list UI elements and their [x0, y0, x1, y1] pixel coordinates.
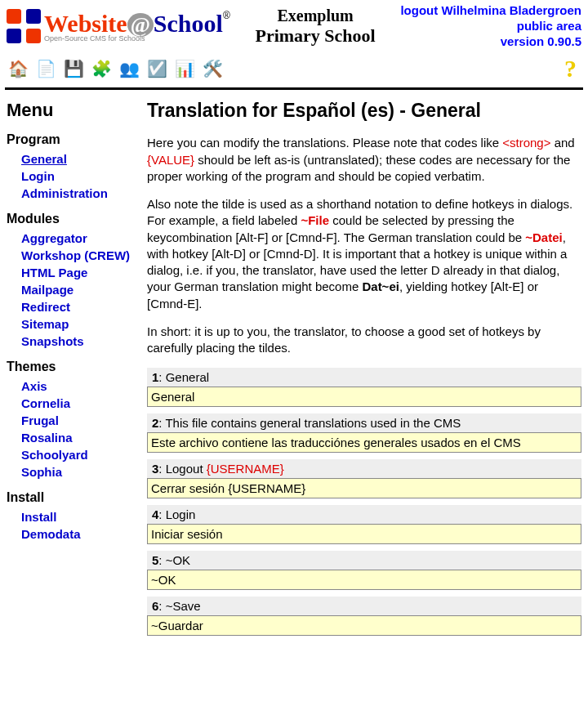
- datei-alt: Dat~ei: [362, 279, 399, 293]
- logo-text-school: School: [154, 10, 223, 37]
- version-link[interactable]: version 0.90.5: [400, 34, 581, 50]
- entry-label: 6: ~Save: [147, 597, 581, 615]
- menu-group-program: Program: [7, 132, 137, 147]
- tools-icon[interactable]: 🛠️: [201, 57, 224, 80]
- intro-p2: Also note the tilde is used as a shortha…: [147, 196, 581, 312]
- entry-1: 1: General: [147, 368, 581, 407]
- entry-input-2[interactable]: [147, 432, 581, 453]
- entry-3: 3: Logout {USERNAME}: [147, 459, 581, 498]
- page-icon[interactable]: 📄: [34, 57, 57, 80]
- home-icon[interactable]: 🏠: [7, 57, 29, 80]
- sidebar-item-schoolyard[interactable]: Schoolyard: [21, 448, 88, 462]
- sidebar-item-login[interactable]: Login: [21, 169, 55, 183]
- entry-2: 2: This file contains general translatio…: [147, 413, 581, 453]
- save-icon[interactable]: 💾: [62, 57, 85, 80]
- menu-title: Menu: [7, 100, 137, 121]
- code-username: {USERNAME}: [207, 462, 284, 476]
- logo-at: @: [127, 13, 154, 37]
- top-links: logout Wilhelmina Bladergroen public are…: [400, 3, 581, 49]
- sidebar-item-htmlpage[interactable]: HTML Page: [21, 266, 87, 279]
- intro-p1: Here you can modify the translations. Pl…: [147, 135, 581, 185]
- entry-input-6[interactable]: [147, 615, 581, 636]
- school-name: Exemplum Primary School: [230, 7, 401, 47]
- entry-input-5[interactable]: [147, 570, 581, 590]
- sidebar-item-redirect[interactable]: Redirect: [21, 300, 70, 314]
- sidebar-item-sitemap[interactable]: Sitemap: [21, 317, 69, 331]
- logo-text-website: Website: [44, 10, 127, 37]
- entry-label: 4: Login: [147, 505, 581, 524]
- entry-input-3[interactable]: [147, 478, 581, 498]
- tilde-file: ~File: [301, 213, 329, 227]
- logo: Website@School® Open-Source CMS for Scho…: [7, 9, 230, 43]
- intro-p3: In short: it is up to you, the translato…: [147, 324, 581, 357]
- sidebar-item-frugal[interactable]: Frugal: [21, 413, 59, 427]
- menu-group-modules: Modules: [7, 212, 137, 226]
- users-icon[interactable]: 👥: [118, 57, 140, 80]
- sidebar-item-demodata[interactable]: Demodata: [21, 527, 81, 541]
- puzzle-icon: [7, 9, 41, 43]
- tilde-datei: ~Datei: [525, 230, 562, 244]
- entry-input-1[interactable]: [147, 387, 581, 407]
- sidebar-item-rosalina[interactable]: Rosalina: [21, 431, 73, 445]
- entry-label: 1: General: [147, 368, 581, 387]
- sidebar-item-general[interactable]: General: [21, 152, 67, 166]
- menu-group-themes: Themes: [7, 360, 137, 374]
- main-content: Translation for Español (es) - General H…: [144, 95, 581, 642]
- config-icon[interactable]: ☑️: [145, 57, 168, 80]
- entry-label: 5: ~OK: [147, 551, 581, 570]
- sidebar: Menu Program General Login Administratio…: [7, 95, 144, 642]
- entry-4: 4: Login: [147, 505, 581, 544]
- sidebar-item-cornelia[interactable]: Cornelia: [21, 396, 70, 410]
- sidebar-item-axis[interactable]: Axis: [21, 379, 47, 393]
- entry-input-4[interactable]: [147, 524, 581, 544]
- sidebar-item-sophia[interactable]: Sophia: [21, 465, 62, 479]
- sidebar-item-administration[interactable]: Administration: [21, 186, 108, 200]
- modules-icon[interactable]: 🧩: [90, 57, 113, 80]
- logout-link[interactable]: logout Wilhelmina Bladergroen: [400, 3, 581, 19]
- stats-icon[interactable]: 📊: [173, 57, 196, 80]
- sidebar-item-aggregator[interactable]: Aggregator: [21, 231, 87, 245]
- entry-label: 3: Logout {USERNAME}: [147, 459, 581, 478]
- sidebar-item-workshop[interactable]: Workshop (CREW): [21, 248, 130, 262]
- entry-6: 6: ~Save: [147, 597, 581, 636]
- page-title: Translation for Español (es) - General: [147, 100, 581, 122]
- help-icon[interactable]: ?: [564, 55, 577, 83]
- sidebar-item-mailpage[interactable]: Mailpage: [21, 283, 74, 297]
- sidebar-item-install[interactable]: Install: [21, 510, 56, 524]
- public-area-link[interactable]: public area: [400, 19, 581, 34]
- sidebar-item-snapshots[interactable]: Snapshots: [21, 334, 84, 348]
- menu-group-install: Install: [7, 490, 137, 505]
- code-value: {VALUE}: [147, 153, 194, 167]
- entry-5: 5: ~OK: [147, 551, 581, 590]
- entry-label: 2: This file contains general translatio…: [147, 413, 581, 432]
- toolbar: 🏠 📄 💾 🧩 👥 ☑️ 📊 🛠️ ?: [0, 51, 588, 86]
- code-strong: <strong>: [502, 136, 550, 150]
